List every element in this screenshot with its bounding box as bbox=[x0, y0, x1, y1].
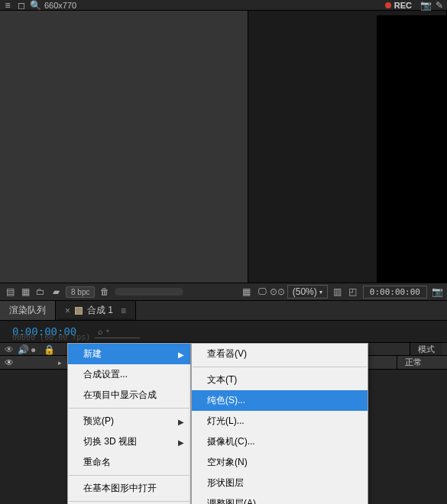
tab-label: 渲染队列 bbox=[9, 304, 46, 317]
solo-column-icon[interactable]: ● bbox=[31, 344, 40, 354]
timecode-frames: 00000 (60.00 fps) bbox=[12, 333, 90, 341]
mode-column-header[interactable]: 模式 bbox=[410, 343, 442, 355]
layer-mode-value[interactable]: 正常 bbox=[397, 356, 442, 369]
menu-item-shape[interactable]: 形状图层 bbox=[192, 473, 368, 493]
menu-item-switch-3d[interactable]: 切换 3D 视图▶ bbox=[68, 431, 190, 452]
folder-icon[interactable]: 🗀 bbox=[35, 286, 46, 297]
menu-item-viewer[interactable]: 查看器(V) bbox=[192, 344, 368, 364]
audio-column-icon[interactable]: 🔊 bbox=[18, 344, 27, 354]
menu-item-null[interactable]: 空对象(N) bbox=[192, 452, 368, 473]
viewer-row bbox=[0, 11, 447, 283]
menu-item-open-egp[interactable]: 在基本图形中打开 bbox=[68, 478, 190, 499]
menu-separator bbox=[69, 475, 189, 476]
menu-item-rename[interactable]: 重命名 bbox=[68, 452, 190, 473]
tag-icon[interactable]: ▰ bbox=[50, 286, 61, 297]
menu-item-camera[interactable]: 摄像机(C)... bbox=[192, 431, 368, 452]
lock-column-icon[interactable]: 🔒 bbox=[44, 344, 53, 354]
magnification-dropdown[interactable]: (50%)▾ bbox=[287, 285, 328, 299]
region-icon[interactable]: ◰ bbox=[348, 286, 358, 297]
menu-item-text[interactable]: 文本(T) bbox=[192, 370, 368, 390]
snapshot-icon[interactable]: 📷 bbox=[421, 1, 430, 10]
search-input[interactable]: 660x770 bbox=[44, 1, 76, 10]
toggle-mask-icon[interactable]: ⊙⊙ bbox=[272, 286, 283, 297]
menu-icon[interactable]: ≡ bbox=[3, 1, 12, 10]
footer-timecode[interactable]: 0:00:00:00 bbox=[363, 286, 427, 299]
bit-depth-button[interactable]: 8 bpc bbox=[66, 286, 95, 298]
camera-icon[interactable]: 📷 bbox=[432, 286, 442, 297]
toggle-monitor-icon[interactable]: 🖵 bbox=[257, 286, 267, 297]
grid-view-icon[interactable]: ▦ bbox=[20, 286, 31, 297]
resolution-icon[interactable]: ▥ bbox=[332, 286, 343, 297]
window-icon[interactable]: ◻ bbox=[17, 1, 26, 10]
video-column-icon[interactable]: 👁 bbox=[5, 344, 14, 354]
menu-item-adjustment[interactable]: 调整图层(A) bbox=[192, 493, 368, 504]
tab-options-icon[interactable]: ≡ bbox=[121, 305, 126, 316]
footer-toolbar: ▤ ▦ 🗀 ▰ 8 bpc 🗑 ▦ 🖵 ⊙⊙ (50%)▾ ▥ ◰ 0:00:0… bbox=[0, 283, 447, 301]
menu-item-preview[interactable]: 预览(P)▶ bbox=[68, 411, 190, 431]
exposure-slider[interactable] bbox=[115, 288, 183, 296]
toggle-grid-icon[interactable]: ▦ bbox=[241, 286, 252, 297]
brush-icon[interactable]: ✎ bbox=[435, 1, 444, 10]
tab-render-queue[interactable]: 渲染队列 bbox=[0, 301, 56, 320]
menu-item-reveal-in-project[interactable]: 在项目中显示合成 bbox=[68, 385, 190, 405]
comp-color-swatch bbox=[75, 307, 83, 315]
tab-comp-1[interactable]: × 合成 1 ≡ bbox=[56, 301, 136, 320]
rec-indicator[interactable]: REC bbox=[385, 0, 412, 11]
search-icon[interactable]: 🔍 bbox=[31, 1, 40, 10]
menu-separator bbox=[69, 501, 189, 502]
project-panel[interactable] bbox=[0, 11, 248, 283]
tab-label: 合成 1 bbox=[87, 304, 113, 317]
eye-icon[interactable]: 👁 bbox=[5, 357, 14, 368]
timeline-tabs: 渲染队列 × 合成 1 ≡ bbox=[0, 301, 447, 321]
composition-viewport[interactable] bbox=[377, 15, 446, 283]
twirl-icon[interactable]: ▸ bbox=[58, 359, 62, 367]
menu-item-new[interactable]: 新建▶ bbox=[68, 344, 190, 364]
layer-search[interactable]: ⌕ ▾ bbox=[95, 325, 140, 338]
context-submenu-new: 查看器(V) 文本(T) 纯色(S)... 灯光(L)... 摄像机(C)...… bbox=[191, 343, 368, 504]
menu-separator bbox=[193, 367, 367, 367]
menu-item-solid[interactable]: 纯色(S)... bbox=[192, 390, 368, 411]
list-view-icon[interactable]: ▤ bbox=[5, 286, 15, 297]
menu-separator bbox=[69, 408, 189, 409]
menu-item-light[interactable]: 灯光(L)... bbox=[192, 411, 368, 431]
menu-item-comp-settings[interactable]: 合成设置... bbox=[68, 364, 190, 385]
trash-icon[interactable]: 🗑 bbox=[99, 286, 110, 297]
search-icon: ⌕ bbox=[98, 327, 103, 336]
top-toolbar: ≡ ◻ 🔍 660x770 REC 📷 ✎ bbox=[0, 0, 447, 11]
context-menu: 新建▶ 合成设置... 在项目中显示合成 预览(P)▶ 切换 3D 视图▶ 重命… bbox=[67, 343, 191, 504]
composition-panel[interactable] bbox=[248, 11, 447, 283]
